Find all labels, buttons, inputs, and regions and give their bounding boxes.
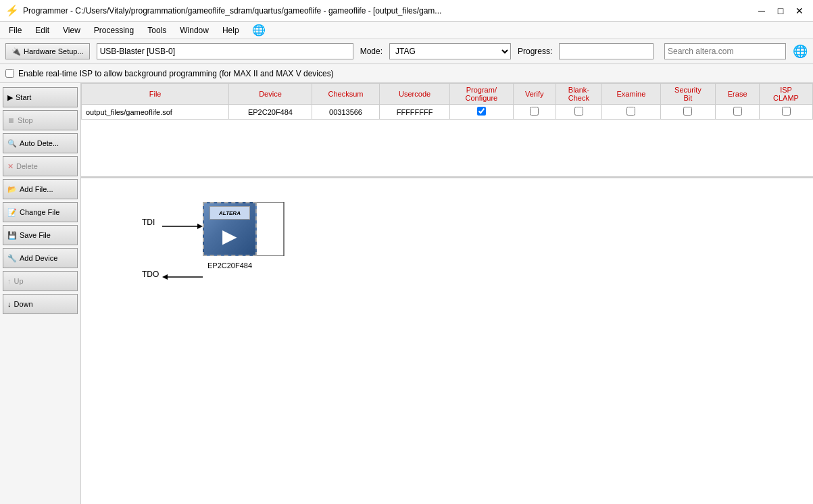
cell-examine xyxy=(602,105,660,120)
device-chip: ALTERA ▶ EP2C20F484 xyxy=(203,202,257,256)
change-file-icon: 📝 xyxy=(7,208,17,217)
sidebar: ▶ Start ⏹ Stop 🔍 Auto Dete... ✕ Delete 📂… xyxy=(0,83,81,504)
auto-detect-icon: 🔍 xyxy=(7,139,17,148)
col-usercode: Usercode xyxy=(380,84,449,105)
save-file-button[interactable]: 💾 Save File xyxy=(3,225,78,245)
globe-icon: 🌐 xyxy=(793,44,808,59)
up-icon: ↑ xyxy=(7,277,11,285)
col-device: Device xyxy=(229,84,312,105)
down-icon: ↓ xyxy=(7,300,11,308)
col-erase: Erase xyxy=(716,84,760,105)
cell-checksum: 00313566 xyxy=(312,105,380,120)
table-area: File Device Checksum Usercode Program/ C… xyxy=(81,83,813,178)
isp-clamp-checkbox[interactable] xyxy=(782,107,791,116)
examine-checkbox[interactable] xyxy=(626,107,635,116)
close-button[interactable]: ✕ xyxy=(791,5,808,17)
svg-marker-1 xyxy=(197,224,203,229)
menu-help[interactable]: Help xyxy=(216,24,245,37)
auto-detect-button[interactable]: 🔍 Auto Dete... xyxy=(3,133,78,153)
diagram-area: TDI ALTERA ▶ EP2C20F484 xyxy=(81,178,813,504)
hw-setup-icon: 🔌 xyxy=(11,47,21,56)
col-checksum: Checksum xyxy=(312,84,380,105)
content-area: File Device Checksum Usercode Program/ C… xyxy=(81,83,813,504)
up-button[interactable]: ↑ Up xyxy=(3,271,78,291)
down-button[interactable]: ↓ Down xyxy=(3,294,78,314)
menu-processing[interactable]: Processing xyxy=(88,24,140,37)
program-checkbox[interactable] xyxy=(477,107,486,116)
menu-bar: File Edit View Processing Tools Window H… xyxy=(0,22,813,39)
delete-icon: ✕ xyxy=(7,162,14,171)
progress-label: Progress: xyxy=(518,47,552,56)
programmer-table: File Device Checksum Usercode Program/ C… xyxy=(81,83,813,120)
app-icon: ⚡ xyxy=(5,4,19,17)
add-file-button[interactable]: 📂 Add File... xyxy=(3,179,78,199)
add-device-label: Add Device xyxy=(20,254,57,262)
window-title: Programmer - C:/Users/Vitaly/programmati… xyxy=(23,6,441,16)
save-file-label: Save File xyxy=(20,231,51,239)
cell-program xyxy=(449,105,513,120)
isp-row: Enable real-time ISP to allow background… xyxy=(0,64,813,83)
blank-checkbox[interactable] xyxy=(574,107,583,116)
add-file-label: Add File... xyxy=(20,185,53,193)
chip-device-name: EP2C20F484 xyxy=(207,261,252,270)
hw-setup-label: Hardware Setup... xyxy=(24,47,84,55)
verify-checkbox[interactable] xyxy=(530,107,539,116)
progress-bar xyxy=(559,43,654,59)
minimize-button[interactable]: ─ xyxy=(754,5,770,17)
maximize-button[interactable]: □ xyxy=(772,5,789,17)
isp-label: Enable real-time ISP to allow background… xyxy=(18,69,334,78)
chip-logo: ALTERA xyxy=(210,206,250,220)
add-device-button[interactable]: 🔧 Add Device xyxy=(3,248,78,268)
hardware-field[interactable] xyxy=(97,43,353,59)
cell-erase xyxy=(716,105,760,120)
main-content: ▶ Start ⏹ Stop 🔍 Auto Dete... ✕ Delete 📂… xyxy=(0,83,813,504)
security-checkbox[interactable] xyxy=(683,107,692,116)
tdi-arrow-svg xyxy=(162,222,203,230)
menu-tools[interactable]: Tools xyxy=(141,24,172,37)
search-input[interactable] xyxy=(664,43,786,59)
cell-blank xyxy=(556,105,601,120)
tdo-arrow-svg xyxy=(162,273,203,281)
start-icon: ▶ xyxy=(7,93,13,102)
col-isp: ISP CLAMP xyxy=(760,84,813,105)
cell-usercode: FFFFFFFF xyxy=(380,105,449,120)
mode-select[interactable]: JTAG Active Serial Programming Passive S… xyxy=(389,43,511,59)
title-bar-controls: ─ □ ✕ xyxy=(754,5,808,17)
col-blank: Blank- Check xyxy=(556,84,601,105)
stop-icon: ⏹ xyxy=(7,116,15,124)
down-label: Down xyxy=(14,300,33,308)
auto-detect-label: Auto Dete... xyxy=(20,139,59,147)
isp-checkbox[interactable] xyxy=(5,69,14,78)
title-bar: ⚡ Programmer - C:/Users/Vitaly/programma… xyxy=(0,0,813,22)
col-verify: Verify xyxy=(513,84,556,105)
change-file-button[interactable]: 📝 Change File xyxy=(3,202,78,222)
tdo-label: TDO xyxy=(142,270,159,279)
stop-label: Stop xyxy=(18,116,33,124)
toolbar: 🔌 Hardware Setup... Mode: JTAG Active Se… xyxy=(0,39,813,64)
start-button[interactable]: ▶ Start xyxy=(3,87,78,107)
help-icon: 🌐 xyxy=(252,24,266,36)
erase-checkbox[interactable] xyxy=(733,107,742,116)
add-device-icon: 🔧 xyxy=(7,254,17,263)
menu-edit[interactable]: Edit xyxy=(29,24,55,37)
col-examine: Examine xyxy=(602,84,660,105)
stop-button[interactable]: ⏹ Stop xyxy=(3,110,78,130)
change-file-label: Change File xyxy=(20,208,59,216)
delete-button[interactable]: ✕ Delete xyxy=(3,156,78,176)
col-program: Program/ Configure xyxy=(449,84,513,105)
hardware-setup-button[interactable]: 🔌 Hardware Setup... xyxy=(5,43,90,59)
add-file-icon: 📂 xyxy=(7,185,17,194)
menu-file[interactable]: File xyxy=(3,24,28,37)
menu-view[interactable]: View xyxy=(57,24,87,37)
diagram-container: TDI ALTERA ▶ EP2C20F484 xyxy=(142,199,345,300)
bracket-svg xyxy=(257,202,297,256)
mode-label: Mode: xyxy=(360,47,383,56)
menu-window[interactable]: Window xyxy=(174,24,215,37)
start-label: Start xyxy=(16,93,31,101)
delete-label: Delete xyxy=(16,162,38,170)
title-bar-left: ⚡ Programmer - C:/Users/Vitaly/programma… xyxy=(5,4,441,17)
chip-arrow-icon: ▶ xyxy=(222,225,237,247)
svg-marker-6 xyxy=(162,274,168,280)
tdi-label: TDI xyxy=(142,218,155,227)
up-label: Up xyxy=(14,277,24,285)
